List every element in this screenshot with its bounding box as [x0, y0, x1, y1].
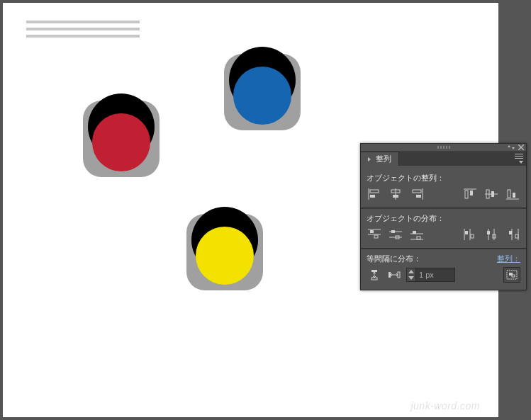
panel-flyout-menu-icon[interactable] [512, 154, 523, 164]
svg-rect-40 [509, 231, 512, 234]
svg-rect-16 [508, 190, 510, 198]
svg-rect-24 [391, 230, 395, 233]
svg-rect-36 [487, 231, 490, 234]
space-horizontal-icon[interactable] [386, 267, 402, 283]
svg-rect-50 [512, 275, 515, 277]
svg-rect-28 [413, 231, 416, 234]
align-to-selection-icon[interactable] [503, 267, 520, 283]
label-align-objects: オブジェクトの整列： [367, 173, 520, 183]
dist-vcenter-icon[interactable] [388, 227, 403, 242]
svg-rect-1 [370, 190, 379, 193]
svg-rect-32 [465, 231, 468, 234]
collapse-icon[interactable] [508, 145, 515, 149]
text-placeholder [26, 21, 140, 42]
label-distribute-objects: オブジェクトの分布： [367, 213, 520, 224]
svg-rect-29 [417, 237, 420, 239]
spacing-value[interactable]: 1 px [416, 268, 454, 281]
svg-rect-41 [515, 234, 518, 238]
label-distribute-spacing: 等間隔に分布： [367, 254, 421, 264]
align-left-icon[interactable] [367, 186, 382, 202]
svg-rect-10 [465, 191, 468, 198]
row-distribute-objects [367, 227, 520, 242]
svg-rect-2 [370, 195, 375, 198]
align-panel[interactable]: 整列 オブジェクトの整列： [360, 143, 527, 290]
row-align-objects [367, 186, 520, 202]
svg-rect-8 [416, 195, 421, 198]
svg-rect-21 [374, 235, 378, 238]
tab-label: 整列 [376, 154, 391, 163]
svg-rect-20 [370, 230, 374, 233]
svg-rect-14 [491, 191, 494, 197]
close-icon[interactable] [518, 144, 525, 150]
svg-rect-11 [470, 191, 473, 195]
dist-bottom-icon[interactable] [409, 227, 425, 242]
svg-rect-5 [393, 195, 398, 198]
dist-right-icon[interactable] [505, 227, 520, 242]
panel-tabbar: 整列 [361, 152, 526, 166]
object-blue-light[interactable] [224, 47, 301, 130]
align-hcenter-icon[interactable] [388, 186, 403, 202]
panel-grip-icon [437, 146, 450, 149]
align-top-icon[interactable] [462, 186, 478, 202]
dist-left-icon[interactable] [462, 227, 478, 242]
spacing-input[interactable]: 1 px [406, 268, 455, 282]
align-bottom-icon[interactable] [505, 186, 520, 202]
svg-rect-17 [513, 193, 515, 198]
object-red-light[interactable] [83, 93, 160, 177]
align-to-label[interactable]: 整列： [497, 254, 520, 264]
object-yellow-light[interactable] [186, 207, 263, 290]
spinner-up-icon[interactable] [407, 268, 415, 275]
svg-rect-7 [413, 190, 421, 193]
spinner-down-icon[interactable] [407, 275, 415, 281]
align-vcenter-icon[interactable] [484, 186, 499, 202]
space-vertical-icon[interactable] [367, 267, 382, 283]
dist-top-icon[interactable] [367, 227, 382, 242]
svg-rect-33 [471, 234, 474, 238]
align-right-icon[interactable] [409, 186, 425, 202]
watermark: junk-word.com [410, 400, 480, 412]
tab-align[interactable]: 整列 [361, 152, 399, 166]
dist-hcenter-icon[interactable] [484, 227, 499, 242]
panel-titlebar[interactable] [361, 144, 526, 152]
